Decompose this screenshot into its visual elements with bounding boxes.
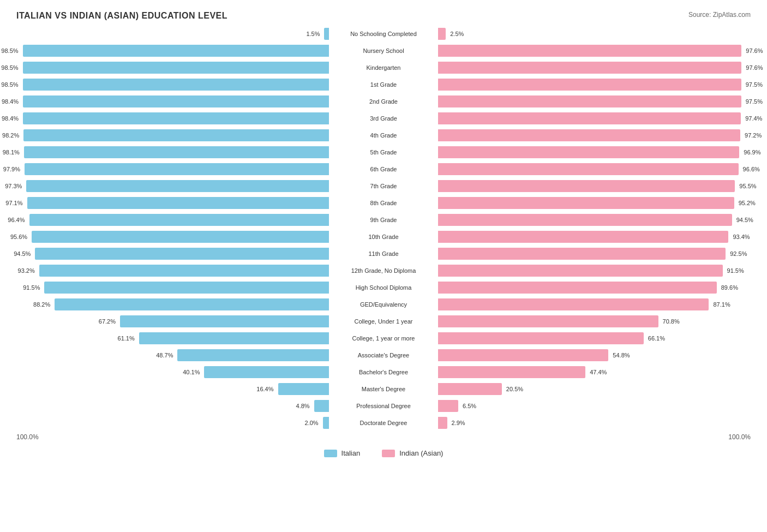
bar-right-container: 6.5% bbox=[438, 398, 751, 414]
bar-indian-value: 2.5% bbox=[448, 31, 464, 37]
bar-indian: 94.5% bbox=[438, 214, 732, 226]
bar-italian-value: 98.5% bbox=[1, 64, 20, 71]
bar-indian-value: 92.5% bbox=[728, 250, 747, 257]
bar-left-container: 94.5% bbox=[16, 246, 329, 261]
bar-italian: 2.0% bbox=[323, 417, 329, 429]
bar-right-container: 97.6% bbox=[438, 43, 751, 58]
bar-italian-value: 61.1% bbox=[118, 335, 136, 342]
bar-row: 67.2%College, Under 1 year70.8% bbox=[16, 314, 751, 329]
bar-center-label: 12th Grade, No Diploma bbox=[329, 266, 438, 275]
bar-italian-value: 94.5% bbox=[14, 250, 32, 257]
bar-indian-value: 97.2% bbox=[743, 132, 762, 139]
bar-indian: 2.9% bbox=[438, 417, 447, 429]
bar-right-container: 2.9% bbox=[438, 415, 751, 431]
bar-left-container: 98.4% bbox=[16, 111, 329, 126]
bar-italian-value: 96.4% bbox=[8, 217, 26, 223]
bar-italian: 98.5% bbox=[23, 79, 329, 91]
bar-indian: 96.6% bbox=[438, 163, 739, 175]
bar-row: 48.7%Associate's Degree54.8% bbox=[16, 348, 751, 363]
chart-container: ITALIAN VS INDIAN (ASIAN) EDUCATION LEVE… bbox=[0, 0, 767, 490]
bar-italian-value: 88.2% bbox=[33, 301, 52, 308]
bar-row: 98.5%Nursery School97.6% bbox=[16, 43, 751, 58]
bar-indian-value: 97.6% bbox=[744, 64, 763, 71]
bar-italian-value: 97.1% bbox=[5, 200, 24, 206]
bar-center-label: 9th Grade bbox=[329, 216, 438, 224]
bar-row: 93.2%12th Grade, No Diploma91.5% bbox=[16, 263, 751, 278]
bar-center-label: 7th Grade bbox=[329, 182, 438, 190]
bar-indian: 95.2% bbox=[438, 197, 734, 209]
bars-area: 1.5%No Schooling Completed2.5%98.5%Nurse… bbox=[16, 26, 751, 431]
bar-right-container: 89.6% bbox=[438, 280, 751, 295]
bar-indian-value: 89.6% bbox=[720, 284, 738, 291]
bar-center-label: College, 1 year or more bbox=[329, 334, 438, 343]
bar-left-container: 98.5% bbox=[16, 43, 329, 58]
bar-indian-value: 95.2% bbox=[737, 200, 756, 206]
bar-left-container: 97.9% bbox=[16, 162, 329, 177]
bar-indian-value: 87.1% bbox=[711, 301, 730, 308]
bar-italian-value: 98.5% bbox=[1, 81, 20, 88]
bar-italian: 98.4% bbox=[23, 95, 329, 107]
bar-italian-value: 98.5% bbox=[1, 47, 20, 54]
bar-row: 16.4%Master's Degree20.5% bbox=[16, 381, 751, 397]
bar-italian: 61.1% bbox=[139, 332, 329, 344]
bar-italian-value: 67.2% bbox=[99, 318, 117, 325]
bar-left-container: 98.5% bbox=[16, 60, 329, 75]
bar-row: 94.5%11th Grade92.5% bbox=[16, 246, 751, 261]
legend-italian: Italian bbox=[324, 449, 361, 457]
bar-italian-value: 97.3% bbox=[5, 183, 23, 189]
bar-row: 91.5%High School Diploma89.6% bbox=[16, 280, 751, 295]
bar-indian-value: 97.4% bbox=[744, 115, 762, 122]
bar-indian-value: 97.5% bbox=[744, 81, 763, 88]
bar-right-container: 70.8% bbox=[438, 314, 751, 329]
bar-italian-value: 98.2% bbox=[2, 132, 21, 139]
bar-left-container: 97.1% bbox=[16, 195, 329, 211]
bar-italian-value: 98.1% bbox=[3, 149, 21, 156]
bar-italian: 67.2% bbox=[120, 315, 329, 327]
bar-italian: 95.6% bbox=[32, 231, 329, 243]
bar-italian: 96.4% bbox=[29, 214, 329, 226]
bar-indian: 97.5% bbox=[438, 79, 741, 91]
bar-row: 61.1%College, 1 year or more66.1% bbox=[16, 331, 751, 346]
bar-right-container: 97.4% bbox=[438, 111, 751, 126]
bar-italian: 4.8% bbox=[314, 400, 329, 412]
bar-left-container: 1.5% bbox=[16, 26, 329, 41]
bar-center-label: 1st Grade bbox=[329, 80, 438, 89]
bar-italian: 98.2% bbox=[23, 129, 329, 141]
bar-italian: 40.1% bbox=[204, 366, 329, 378]
bar-left-container: 2.0% bbox=[16, 415, 329, 431]
bar-right-container: 2.5% bbox=[438, 26, 751, 41]
bar-center-label: 8th Grade bbox=[329, 199, 438, 207]
bar-row: 97.9%6th Grade96.6% bbox=[16, 162, 751, 177]
bar-left-container: 98.1% bbox=[16, 145, 329, 160]
bar-left-container: 93.2% bbox=[16, 263, 329, 278]
bar-right-container: 94.5% bbox=[438, 212, 751, 228]
bar-indian-value: 66.1% bbox=[646, 335, 665, 342]
bar-center-label: College, Under 1 year bbox=[329, 317, 438, 326]
legend-italian-color bbox=[324, 450, 337, 457]
bar-center-label: 2nd Grade bbox=[329, 97, 438, 106]
bar-center-label: Associate's Degree bbox=[329, 351, 438, 360]
legend-indian-label: Indian (Asian) bbox=[399, 449, 443, 457]
bar-italian: 93.2% bbox=[39, 265, 329, 277]
bar-indian: 70.8% bbox=[438, 315, 658, 327]
bar-italian: 1.5% bbox=[324, 28, 329, 40]
bar-right-container: 96.9% bbox=[438, 145, 751, 160]
bar-right-container: 20.5% bbox=[438, 381, 751, 397]
legend-indian: Indian (Asian) bbox=[382, 449, 443, 457]
bar-italian-value: 16.4% bbox=[256, 386, 275, 392]
bar-right-container: 97.5% bbox=[438, 77, 751, 92]
bar-center-label: 3rd Grade bbox=[329, 114, 438, 123]
bar-indian: 95.5% bbox=[438, 180, 735, 192]
bar-left-container: 98.5% bbox=[16, 77, 329, 92]
bar-italian-value: 1.5% bbox=[306, 31, 321, 37]
bar-center-label: Kindergarten bbox=[329, 63, 438, 72]
bar-italian: 88.2% bbox=[55, 298, 329, 310]
bar-center-label: Bachelor's Degree bbox=[329, 368, 438, 376]
bar-italian-value: 48.7% bbox=[156, 352, 175, 358]
bar-italian: 91.5% bbox=[44, 282, 329, 294]
bar-left-container: 40.1% bbox=[16, 364, 329, 380]
bar-left-container: 88.2% bbox=[16, 297, 329, 312]
bar-row: 97.3%7th Grade95.5% bbox=[16, 178, 751, 194]
bar-italian-value: 93.2% bbox=[18, 267, 37, 274]
bar-indian: 97.2% bbox=[438, 129, 740, 141]
